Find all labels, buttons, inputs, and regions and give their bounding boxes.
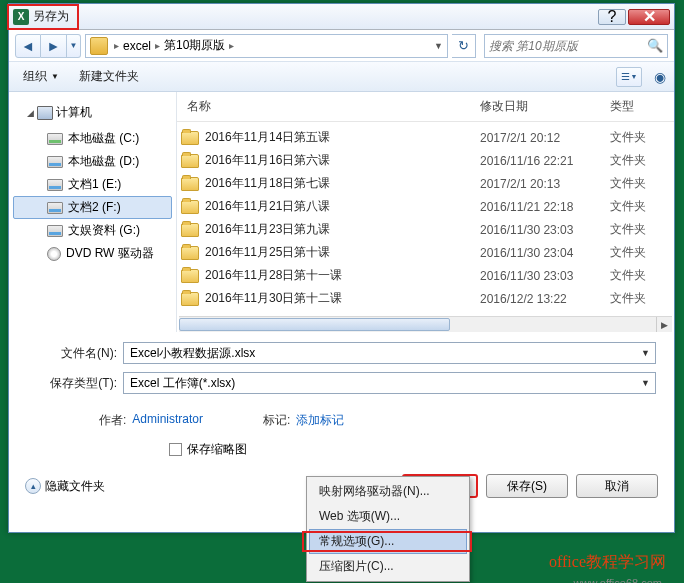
drive-d[interactable]: 本地磁盘 (D:) bbox=[13, 150, 172, 173]
tags-value[interactable]: 添加标记 bbox=[296, 412, 344, 429]
cancel-button[interactable]: 取消 bbox=[576, 474, 658, 498]
file-date: 2016/11/30 23:03 bbox=[480, 269, 610, 283]
file-name: 2016年11月25日第十课 bbox=[205, 244, 480, 261]
tree-computer[interactable]: ◢ 计算机 bbox=[13, 100, 172, 127]
title-bar: X 另存为 ? ✕ bbox=[9, 4, 674, 30]
file-date: 2016/11/21 22:18 bbox=[480, 200, 610, 214]
tags-label: 标记: bbox=[263, 412, 290, 429]
filetype-select[interactable]: Excel 工作簿(*.xlsx) ▼ bbox=[123, 372, 656, 394]
hide-folders-toggle[interactable]: ▴ 隐藏文件夹 bbox=[25, 478, 105, 495]
folder-icon bbox=[181, 177, 199, 191]
file-name: 2016年11月18日第七课 bbox=[205, 175, 480, 192]
col-type[interactable]: 类型 bbox=[610, 98, 666, 115]
file-list: 2016年11月14日第五课2017/2/1 20:12文件夹2016年11月1… bbox=[177, 122, 674, 316]
folder-icon bbox=[181, 154, 199, 168]
drive-icon bbox=[47, 133, 63, 145]
tools-dropdown: 映射网络驱动器(N)... Web 选项(W)... 常规选项(G)... 压缩… bbox=[306, 476, 470, 582]
view-button[interactable]: ☰▼ bbox=[616, 67, 642, 87]
organize-button[interactable]: 组织▼ bbox=[17, 66, 65, 87]
save-as-dialog: X 另存为 ? ✕ ◄ ► ▼ ▸ excel ▸ 第10期原版 ▸ ▼ ↻ 🔍 bbox=[8, 3, 675, 533]
folder-icon bbox=[181, 223, 199, 237]
chevron-right-icon: ▸ bbox=[155, 40, 160, 51]
file-type: 文件夹 bbox=[610, 244, 666, 261]
file-name: 2016年11月14日第五课 bbox=[205, 129, 480, 146]
drive-e[interactable]: 文档1 (E:) bbox=[13, 173, 172, 196]
search-icon: 🔍 bbox=[647, 38, 663, 53]
author-label: 作者: bbox=[99, 412, 126, 429]
file-row[interactable]: 2016年11月21日第八课2016/11/21 22:18文件夹 bbox=[177, 195, 674, 218]
nav-history-dropdown[interactable]: ▼ bbox=[67, 34, 81, 58]
chevron-down-icon[interactable]: ▼ bbox=[638, 375, 653, 391]
nav-forward-button[interactable]: ► bbox=[41, 34, 67, 58]
file-row[interactable]: 2016年11月14日第五课2017/2/1 20:12文件夹 bbox=[177, 126, 674, 149]
search-box[interactable]: 🔍 bbox=[484, 34, 668, 58]
triangle-down-icon: ◢ bbox=[27, 108, 34, 118]
author-value[interactable]: Administrator bbox=[132, 412, 203, 429]
horizontal-scrollbar[interactable]: ▶ bbox=[179, 316, 672, 332]
help-win-button[interactable]: ? bbox=[598, 9, 626, 25]
nav-back-button[interactable]: ◄ bbox=[15, 34, 41, 58]
thumbnail-label: 保存缩略图 bbox=[187, 441, 247, 458]
file-row[interactable]: 2016年11月30日第十二课2016/12/2 13:22文件夹 bbox=[177, 287, 674, 310]
form-area: 文件名(N): Excel小教程数据源.xlsx ▼ 保存类型(T): Exce… bbox=[9, 332, 674, 408]
chevron-up-icon: ▴ bbox=[25, 478, 41, 494]
watermark-url: www.office68.com bbox=[574, 577, 662, 583]
folder-icon bbox=[181, 131, 199, 145]
thumbnail-checkbox[interactable] bbox=[169, 443, 182, 456]
file-row[interactable]: 2016年11月16日第六课2016/11/16 22:21文件夹 bbox=[177, 149, 674, 172]
file-date: 2016/11/16 22:21 bbox=[480, 154, 610, 168]
breadcrumb[interactable]: ▸ excel ▸ 第10期原版 ▸ ▼ bbox=[85, 34, 448, 58]
refresh-button[interactable]: ↻ bbox=[452, 34, 476, 58]
file-name: 2016年11月21日第八课 bbox=[205, 198, 480, 215]
help-icon[interactable]: ◉ bbox=[654, 69, 666, 85]
new-folder-button[interactable]: 新建文件夹 bbox=[73, 66, 145, 87]
breadcrumb-seg[interactable]: 第10期原版 bbox=[164, 37, 225, 54]
scroll-right-icon[interactable]: ▶ bbox=[656, 317, 672, 332]
folder-icon bbox=[181, 292, 199, 306]
file-name: 2016年11月16日第六课 bbox=[205, 152, 480, 169]
file-row[interactable]: 2016年11月23日第九课2016/11/30 23:03文件夹 bbox=[177, 218, 674, 241]
scrollbar-thumb[interactable] bbox=[179, 318, 450, 331]
menu-web-options[interactable]: Web 选项(W)... bbox=[309, 504, 467, 529]
file-row[interactable]: 2016年11月18日第七课2017/2/1 20:13文件夹 bbox=[177, 172, 674, 195]
file-type: 文件夹 bbox=[610, 290, 666, 307]
filename-input[interactable]: Excel小教程数据源.xlsx ▼ bbox=[123, 342, 656, 364]
chevron-down-icon[interactable]: ▼ bbox=[434, 41, 447, 51]
drive-dvd[interactable]: DVD RW 驱动器 bbox=[13, 242, 172, 265]
file-name: 2016年11月28日第十一课 bbox=[205, 267, 480, 284]
col-name[interactable]: 名称 bbox=[181, 98, 480, 115]
chevron-right-icon: ▸ bbox=[114, 40, 119, 51]
menu-compress-pictures[interactable]: 压缩图片(C)... bbox=[309, 554, 467, 579]
dialog-title: 另存为 bbox=[33, 8, 598, 25]
watermark-text: office教程学习网 bbox=[549, 552, 666, 573]
toolbar: 组织▼ 新建文件夹 ☰▼ ◉ bbox=[9, 62, 674, 92]
file-date: 2017/2/1 20:12 bbox=[480, 131, 610, 145]
folder-icon bbox=[181, 246, 199, 260]
chevron-down-icon[interactable]: ▼ bbox=[638, 345, 653, 361]
breadcrumb-seg[interactable]: excel bbox=[123, 39, 151, 53]
nav-row: ◄ ► ▼ ▸ excel ▸ 第10期原版 ▸ ▼ ↻ 🔍 bbox=[9, 30, 674, 62]
close-button[interactable]: ✕ bbox=[628, 9, 670, 25]
file-type: 文件夹 bbox=[610, 221, 666, 238]
file-name: 2016年11月30日第十二课 bbox=[205, 290, 480, 307]
file-date: 2016/11/30 23:04 bbox=[480, 246, 610, 260]
search-input[interactable] bbox=[489, 39, 647, 53]
file-name: 2016年11月23日第九课 bbox=[205, 221, 480, 238]
drive-icon bbox=[47, 156, 63, 168]
save-thumbnail-row: 保存缩略图 bbox=[9, 437, 674, 468]
drive-c[interactable]: 本地磁盘 (C:) bbox=[13, 127, 172, 150]
file-date: 2017/2/1 20:13 bbox=[480, 177, 610, 191]
drive-g[interactable]: 文娱资料 (G:) bbox=[13, 219, 172, 242]
file-date: 2016/11/30 23:03 bbox=[480, 223, 610, 237]
metadata-row: 作者: Administrator 标记: 添加标记 bbox=[9, 408, 674, 437]
file-row[interactable]: 2016年11月25日第十课2016/11/30 23:04文件夹 bbox=[177, 241, 674, 264]
col-date[interactable]: 修改日期 bbox=[480, 98, 610, 115]
file-row[interactable]: 2016年11月28日第十一课2016/11/30 23:03文件夹 bbox=[177, 264, 674, 287]
sidebar: ◢ 计算机 本地磁盘 (C:) 本地磁盘 (D:) 文档1 (E:) 文档2 (… bbox=[9, 92, 177, 332]
file-type: 文件夹 bbox=[610, 152, 666, 169]
excel-icon: X bbox=[13, 9, 29, 25]
drive-f[interactable]: 文档2 (F:) bbox=[13, 196, 172, 219]
menu-map-drive[interactable]: 映射网络驱动器(N)... bbox=[309, 479, 467, 504]
save-button[interactable]: 保存(S) bbox=[486, 474, 568, 498]
menu-general-options[interactable]: 常规选项(G)... bbox=[309, 529, 467, 554]
